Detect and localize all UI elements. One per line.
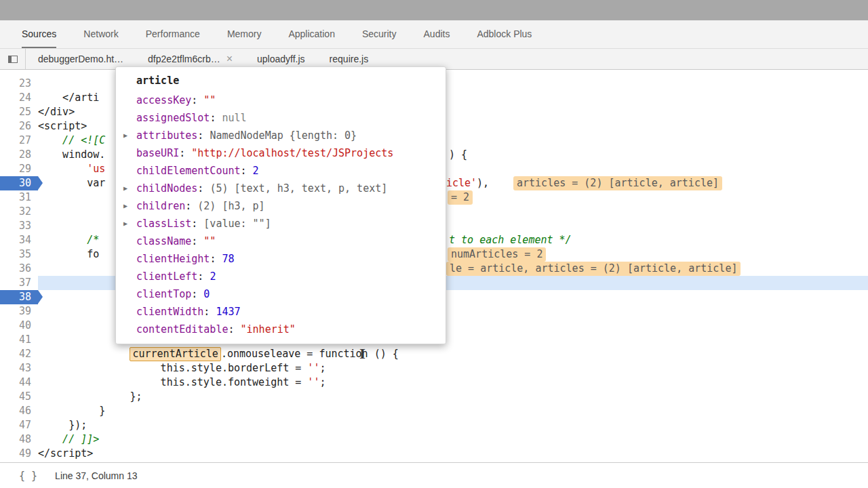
property-value: 1437 (216, 306, 240, 318)
property-colon: : (241, 165, 253, 177)
line-number[interactable]: 37 (0, 276, 38, 290)
expand-triangle-icon[interactable]: ▶ (123, 197, 127, 215)
line-number[interactable]: 33 (0, 219, 38, 233)
property-row-clientHeight: clientHeight: 78 (116, 250, 446, 268)
breakpoint-badge[interactable]: 38 (0, 290, 38, 304)
inline-debug-value: = 2 (448, 190, 473, 205)
navigator-panel-icon (8, 56, 18, 63)
line-number[interactable]: 48 (0, 432, 38, 447)
line-number[interactable]: 41 (0, 333, 38, 347)
code-token: .onmouseleave = function () { (221, 348, 399, 360)
code-token: }; (38, 390, 142, 403)
line-number[interactable]: 27 (0, 134, 38, 148)
panel-tab-performance[interactable]: Performance (146, 20, 200, 48)
property-colon: : (191, 94, 203, 106)
code-content[interactable]: } (38, 404, 868, 418)
status-bar: { } Line 37, Column 13 (0, 462, 868, 488)
line-number[interactable]: 31 (0, 190, 38, 205)
toggle-navigator-button[interactable] (0, 49, 26, 69)
code-token: <script> (38, 120, 87, 132)
property-row-childElementCount: childElementCount: 2 (116, 162, 446, 180)
line-number[interactable]: 45 (0, 390, 38, 404)
property-colon: : (191, 235, 203, 247)
panel-tab-application[interactable]: Application (288, 20, 335, 48)
code-token: t to each element */ (449, 233, 572, 247)
code-token: </arti (38, 92, 99, 104)
line-number[interactable]: 49 (0, 447, 38, 461)
inline-debug-value: numArticles = 2 (448, 247, 546, 262)
code-token: var (38, 177, 111, 189)
code-content[interactable]: this.style.fontweight = ''; (38, 375, 868, 390)
cursor-position-label: Line 37, Column 13 (55, 470, 137, 481)
code-line-42: 42 currentArticle.onmouseleave = functio… (0, 347, 868, 361)
line-number[interactable]: 43 (0, 361, 38, 375)
expand-triangle-icon[interactable]: ▶ (123, 127, 127, 144)
property-name: clientWidth (136, 306, 203, 318)
line-number[interactable]: 35 (0, 247, 38, 262)
property-colon: : (197, 129, 210, 142)
expand-triangle-icon[interactable]: ▶ (123, 180, 127, 197)
property-colon: : (210, 253, 222, 265)
pretty-print-button[interactable]: { } (19, 470, 37, 482)
property-value: 2 (253, 165, 259, 177)
code-content[interactable]: // ]]> (38, 432, 868, 447)
property-row-clientWidth: clientWidth: 1437 (116, 303, 446, 321)
code-token: // ]]> (38, 433, 99, 445)
panel-tab-network[interactable]: Network (83, 20, 118, 48)
code-token (38, 348, 130, 360)
code-token: // <![C (38, 134, 105, 146)
code-token: ) { (449, 148, 467, 162)
line-number[interactable]: 44 (0, 375, 38, 390)
line-number[interactable]: 46 (0, 404, 38, 418)
file-tab-label: dfp2e2tflm6crb… (148, 54, 220, 64)
code-token: ; (319, 362, 326, 374)
close-tab-icon[interactable]: × (226, 54, 233, 64)
panel-tab-sources[interactable]: Sources (22, 20, 56, 48)
line-number[interactable]: 24 (0, 91, 38, 105)
line-number[interactable]: 23 (0, 77, 38, 91)
popover-properties: accessKey: ""assignedSlot: null▶attribut… (116, 92, 446, 338)
property-colon: : (203, 306, 216, 318)
expand-triangle-icon[interactable]: ▶ (123, 215, 127, 232)
line-number[interactable]: 39 (0, 304, 38, 319)
property-value: NamedNodeMap {length: 0} (210, 129, 357, 142)
code-content[interactable]: }; (38, 390, 868, 404)
code-line-44: 44 this.style.fontweight = ''; (0, 375, 868, 390)
line-number[interactable]: 25 (0, 105, 38, 119)
object-popover: article accessKey: ""assignedSlot: null▶… (115, 66, 446, 344)
code-token: ), (477, 176, 495, 190)
line-number[interactable]: 42 (0, 347, 38, 361)
property-value: (2) [h3, p] (197, 200, 264, 212)
property-value: 78 (222, 253, 234, 265)
line-number[interactable]: 32 (0, 205, 38, 219)
panel-tab-memory[interactable]: Memory (227, 20, 262, 48)
property-row-assignedSlot: assignedSlot: null (116, 109, 446, 127)
property-name: clientLeft (136, 270, 197, 283)
breakpoint-badge[interactable]: 30 (0, 176, 38, 190)
line-number[interactable]: 29 (0, 162, 38, 176)
text-cursor-icon: I (359, 346, 366, 361)
code-content[interactable]: }); (38, 418, 868, 432)
code-token: '' (307, 376, 319, 388)
line-number[interactable]: 28 (0, 148, 38, 162)
code-content[interactable]: </script> (38, 447, 868, 461)
code-content[interactable]: this.style.borderLeft = ''; (38, 361, 868, 375)
panel-tab-audits[interactable]: Audits (424, 20, 450, 48)
line-number[interactable]: 36 (0, 262, 38, 276)
property-name: contentEditable (136, 323, 228, 336)
panel-tab-security[interactable]: Security (362, 20, 397, 48)
code-content[interactable]: currentArticle.onmouseleave = function (… (38, 347, 868, 361)
line-number[interactable]: 26 (0, 119, 38, 134)
line-number[interactable]: 34 (0, 233, 38, 247)
property-row-clientLeft: clientLeft: 2 (116, 268, 446, 285)
code-token: } (38, 405, 105, 417)
code-line-47: 47 }); (0, 418, 868, 432)
property-row-contentEditable: contentEditable: "inherit" (116, 321, 446, 338)
line-number[interactable]: 47 (0, 418, 38, 432)
panel-tab-adblock-plus[interactable]: Adblock Plus (477, 20, 532, 48)
window-title-bar (0, 0, 868, 20)
file-tab-label: debuggerDemo.ht… (38, 54, 123, 64)
line-number[interactable]: 40 (0, 319, 38, 333)
property-name: assignedSlot (136, 112, 210, 124)
property-colon: : (197, 270, 210, 283)
